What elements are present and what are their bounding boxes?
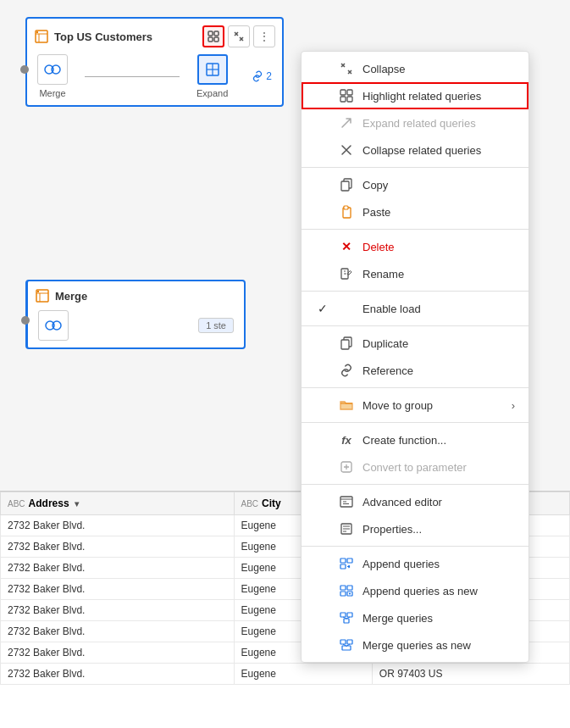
menu-item-highlight[interactable]: Highlight related queries	[302, 82, 528, 109]
svg-rect-21	[340, 97, 346, 102]
link-count: 2	[266, 70, 272, 82]
duplicate-icon	[339, 336, 354, 351]
menu-item-merge-queries-new[interactable]: Merge queries as new	[302, 631, 528, 659]
menu-item-enable-load[interactable]: ✓ Enable load	[302, 295, 528, 322]
menu-item-append-queries-new[interactable]: Append queries as new	[302, 577, 528, 604]
menu-label-expand-related: Expand related queries	[362, 117, 515, 130]
enable-load-check: ✓	[315, 302, 330, 315]
adv-editor-icon	[339, 494, 354, 509]
context-menu: Collapse Highlight related queries	[301, 51, 529, 663]
menu-label-reference: Reference	[362, 364, 515, 377]
menu-item-collapse-related[interactable]: Collapse related queries	[302, 136, 528, 164]
col-header-address[interactable]: ABC Address ▾	[1, 492, 235, 515]
collapse-button[interactable]	[228, 25, 250, 47]
node-title: Top US Customers	[34, 29, 152, 44]
menu-item-convert-parameter: Convert to parameter	[302, 453, 528, 481]
svg-rect-6	[208, 37, 213, 42]
svg-rect-50	[344, 619, 349, 623]
menu-item-properties[interactable]: Properties...	[302, 515, 528, 542]
menu-item-create-function[interactable]: fx Create function...	[302, 426, 528, 453]
expand-step: Expand	[196, 54, 228, 98]
menu-item-advanced-editor[interactable]: Advanced editor	[302, 488, 528, 515]
expand-step-label: Expand	[196, 88, 228, 98]
menu-item-expand-related: Expand related queries	[302, 109, 528, 136]
svg-rect-20	[347, 90, 352, 95]
divider-3	[302, 291, 528, 292]
merge-step-icon	[37, 54, 68, 85]
top-node-title: Top US Customers	[54, 31, 152, 43]
move-group-arrow: ›	[512, 399, 515, 412]
table-icon	[34, 29, 49, 44]
menu-label-rename: Rename	[362, 268, 515, 281]
merge-node-title-wrap: Merge	[35, 288, 87, 303]
divider-5	[302, 387, 528, 388]
node-action-buttons: ⋮	[202, 25, 275, 47]
svg-rect-41	[340, 559, 346, 563]
svg-rect-5	[214, 31, 219, 36]
merge-input-connector	[21, 316, 30, 325]
merge-queries-icon	[339, 610, 354, 625]
menu-label-append-queries-new: Append queries as new	[362, 585, 515, 597]
merge-step-badge: 1 ste	[198, 318, 234, 333]
menu-label-copy: Copy	[362, 179, 515, 192]
svg-rect-49	[347, 613, 352, 617]
menu-label-collapse: Collapse	[362, 63, 515, 75]
menu-label-merge-queries-new: Merge queries as new	[362, 639, 515, 652]
svg-rect-3	[36, 31, 38, 33]
expand-step-icon	[197, 54, 228, 85]
merge-table-icon	[35, 288, 50, 303]
svg-rect-43	[340, 564, 346, 569]
more-options-button[interactable]: ⋮	[253, 25, 275, 47]
svg-rect-46	[340, 592, 346, 596]
convert-param-icon	[339, 459, 354, 475]
divider-7	[302, 484, 528, 485]
menu-label-properties: Properties...	[362, 523, 515, 536]
svg-rect-26	[344, 206, 348, 209]
menu-label-highlight: Highlight related queries	[362, 90, 515, 103]
menu-item-reference[interactable]: Reference	[302, 357, 528, 384]
append-queries-new-icon	[339, 583, 354, 598]
menu-item-move-to-group[interactable]: Move to group ›	[302, 392, 528, 419]
highlight-icon	[339, 88, 354, 103]
divider-6	[302, 422, 528, 423]
link-badge[interactable]: 2	[252, 70, 272, 82]
address-dropdown-icon[interactable]: ▾	[75, 499, 79, 508]
svg-rect-16	[37, 291, 39, 292]
menu-item-rename[interactable]: Rename	[302, 260, 528, 287]
collapse-related-icon	[339, 142, 354, 158]
properties-icon	[339, 521, 354, 536]
svg-rect-22	[347, 97, 352, 102]
menu-item-collapse[interactable]: Collapse	[302, 55, 528, 82]
svg-rect-45	[347, 586, 352, 590]
menu-label-enable-load: Enable load	[362, 303, 515, 315]
menu-item-paste[interactable]: Paste	[302, 198, 528, 225]
reference-icon	[339, 363, 354, 378]
menu-item-copy[interactable]: Copy	[302, 171, 528, 198]
menu-item-append-queries[interactable]: Append queries	[302, 550, 528, 577]
svg-rect-7	[214, 37, 219, 42]
svg-rect-48	[340, 613, 346, 617]
divider-1	[302, 167, 528, 168]
create-fn-icon: fx	[339, 432, 354, 447]
menu-item-merge-queries[interactable]: Merge queries	[302, 604, 528, 631]
top-us-customers-node: Top US Customers	[25, 17, 284, 107]
menu-item-delete[interactable]: ✕ Delete	[302, 233, 528, 260]
highlight-queries-button[interactable]	[202, 25, 224, 47]
menu-label-collapse-related: Collapse related queries	[362, 144, 515, 157]
expand-related-icon	[339, 115, 354, 131]
copy-icon	[339, 177, 354, 192]
menu-item-duplicate[interactable]: Duplicate	[302, 330, 528, 357]
svg-rect-42	[347, 559, 352, 563]
rename-icon	[339, 266, 354, 281]
merge-inner-step-icon	[38, 310, 69, 341]
move-group-icon	[339, 397, 354, 413]
collapse-icon	[339, 61, 354, 76]
canvas-area: Top US Customers	[0, 0, 570, 492]
divider-8	[302, 546, 528, 547]
table-row: 2732 Baker Blvd. Eugene OR 97403 US	[1, 664, 570, 685]
menu-label-append-queries: Append queries	[362, 558, 515, 570]
menu-label-merge-queries: Merge queries	[362, 612, 515, 625]
merge-node: Merge 1 ste	[25, 280, 246, 349]
delete-icon: ✕	[339, 239, 354, 254]
merge-step-label: Merge	[39, 88, 65, 98]
